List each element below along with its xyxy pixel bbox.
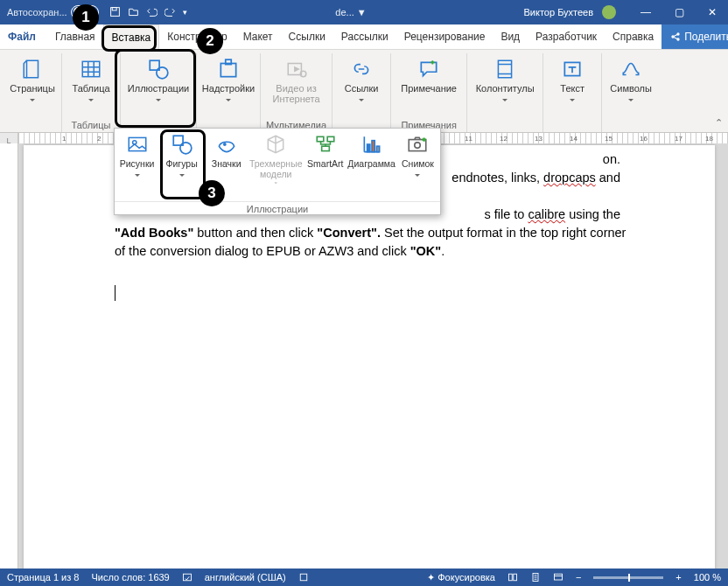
tab-help[interactable]: Справка bbox=[605, 24, 662, 49]
symbols-button[interactable]: Символы bbox=[607, 53, 654, 130]
svg-point-4 bbox=[672, 36, 674, 38]
svg-rect-35 bbox=[554, 574, 562, 580]
close-button[interactable]: ✕ bbox=[700, 6, 724, 18]
zoom-slider[interactable] bbox=[593, 576, 663, 579]
status-macro-icon[interactable] bbox=[298, 572, 309, 583]
text-button[interactable]: Текст bbox=[549, 53, 596, 130]
svg-rect-23 bbox=[327, 136, 334, 141]
svg-rect-11 bbox=[220, 64, 235, 77]
svg-rect-1 bbox=[112, 7, 116, 10]
zoom-in[interactable]: + bbox=[676, 572, 681, 583]
svg-point-5 bbox=[677, 33, 679, 35]
status-bar: Страница 1 из 8 Число слов: 1639 английс… bbox=[0, 569, 728, 586]
illustrations-popup: Рисунки Фигуры Значки Трехмерные модели˅… bbox=[114, 128, 441, 215]
collapse-ribbon-icon[interactable]: ⌃ bbox=[715, 117, 723, 129]
ribbon-tabs: Файл Главная Вставка Конструктор Макет С… bbox=[0, 24, 728, 50]
3d-models-button: Трехмерные модели˅ bbox=[248, 129, 303, 201]
svg-rect-8 bbox=[82, 61, 100, 76]
chart-icon bbox=[360, 132, 383, 157]
tab-layout[interactable]: Макет bbox=[235, 24, 281, 49]
tab-file[interactable]: Файл bbox=[0, 24, 44, 49]
undo-icon[interactable] bbox=[146, 6, 158, 19]
group-label-tables: Таблицы bbox=[72, 120, 111, 130]
zoom-out[interactable]: − bbox=[576, 572, 581, 583]
headerfooter-icon bbox=[494, 57, 516, 81]
smartart-icon bbox=[314, 132, 337, 157]
illustrations-icon bbox=[147, 57, 170, 81]
pages-button[interactable]: Страницы bbox=[9, 53, 56, 130]
tab-view[interactable]: Вид bbox=[493, 24, 528, 49]
tab-references[interactable]: Ссылки bbox=[281, 24, 333, 49]
links-button[interactable]: Ссылки bbox=[338, 53, 385, 130]
status-language[interactable]: английский (США) bbox=[205, 572, 286, 583]
chart-button[interactable]: Диаграмма bbox=[347, 129, 396, 201]
icons-icon bbox=[215, 132, 238, 157]
ribbon: Страницы Таблица Таблицы Иллюстрации Над… bbox=[0, 50, 728, 133]
omega-icon bbox=[620, 57, 642, 81]
svg-rect-12 bbox=[226, 59, 232, 64]
smartart-button[interactable]: SmartArt bbox=[303, 129, 347, 201]
svg-rect-17 bbox=[129, 137, 146, 150]
status-focus[interactable]: ✦ Фокусировка bbox=[427, 572, 495, 583]
svg-rect-25 bbox=[367, 144, 369, 152]
svg-rect-15 bbox=[499, 60, 512, 78]
zoom-level[interactable]: 100 % bbox=[694, 572, 721, 583]
svg-point-21 bbox=[223, 143, 225, 145]
text-cursor bbox=[115, 285, 116, 301]
comment-button[interactable]: Примечание bbox=[396, 53, 461, 120]
user-avatar-icon[interactable] bbox=[602, 5, 616, 19]
maximize-button[interactable]: ▢ bbox=[667, 6, 691, 18]
tab-review[interactable]: Рецензирование bbox=[396, 24, 494, 49]
doc-title: de... bbox=[335, 7, 354, 17]
status-words[interactable]: Число слов: 1639 bbox=[91, 572, 169, 583]
view-web-icon[interactable] bbox=[553, 572, 564, 583]
svg-rect-31 bbox=[300, 574, 307, 581]
addins-button[interactable]: Надстройки bbox=[202, 53, 255, 130]
svg-rect-22 bbox=[317, 136, 324, 141]
svg-point-29 bbox=[415, 143, 421, 149]
svg-rect-26 bbox=[372, 141, 374, 152]
shapes-icon bbox=[171, 132, 193, 157]
title-bar: Автосохран... ▾ de... ▼ Виктор Бухтеев —… bbox=[0, 0, 728, 24]
share-button[interactable]: Поделиться bbox=[662, 24, 728, 49]
svg-rect-32 bbox=[508, 574, 512, 581]
user-name[interactable]: Виктор Бухтеев bbox=[524, 7, 593, 17]
callout-1: 1 bbox=[73, 4, 99, 31]
qat-dropdown-icon[interactable]: ▾ bbox=[183, 8, 187, 17]
autosave-label: Автосохран... bbox=[7, 7, 67, 17]
svg-rect-27 bbox=[376, 146, 379, 152]
tab-developer[interactable]: Разработчик bbox=[528, 24, 605, 49]
doc-title-drop[interactable]: ▼ bbox=[357, 7, 367, 17]
svg-rect-24 bbox=[321, 146, 329, 150]
redo-icon[interactable] bbox=[164, 6, 176, 19]
status-page[interactable]: Страница 1 из 8 bbox=[7, 572, 79, 583]
view-read-icon[interactable] bbox=[508, 572, 518, 583]
svg-point-10 bbox=[157, 67, 168, 79]
headerfooter-button[interactable]: Колонтитулы bbox=[472, 53, 537, 130]
status-spellcheck-icon[interactable] bbox=[182, 572, 192, 583]
video-icon bbox=[285, 57, 308, 81]
ruler-vertical[interactable] bbox=[0, 143, 18, 569]
screenshot-button[interactable]: Снимок bbox=[396, 129, 440, 201]
page-icon bbox=[21, 57, 44, 81]
folder-icon[interactable] bbox=[128, 6, 139, 19]
view-print-icon[interactable] bbox=[530, 572, 541, 583]
shapes-button[interactable]: Фигуры bbox=[159, 129, 204, 201]
tab-insert[interactable]: Вставка bbox=[103, 24, 160, 50]
svg-rect-7 bbox=[27, 60, 38, 78]
svg-point-20 bbox=[179, 143, 191, 154]
minimize-button[interactable]: — bbox=[634, 6, 658, 18]
tab-home[interactable]: Главная bbox=[47, 24, 103, 49]
popup-group-label: Иллюстрации bbox=[115, 201, 440, 214]
pictures-button[interactable]: Рисунки bbox=[115, 129, 159, 201]
table-button[interactable]: Таблица bbox=[67, 53, 115, 120]
online-video-button: Видео из Интернета bbox=[270, 53, 323, 120]
tab-mailings[interactable]: Рассылки bbox=[333, 24, 396, 49]
text-icon bbox=[561, 57, 584, 81]
table-icon bbox=[80, 57, 102, 81]
illustrations-button[interactable]: Иллюстрации bbox=[126, 53, 191, 130]
callout-2: 2 bbox=[197, 28, 223, 54]
save-icon[interactable] bbox=[109, 6, 121, 19]
picture-icon bbox=[126, 132, 149, 157]
callout-3: 3 bbox=[199, 180, 225, 206]
